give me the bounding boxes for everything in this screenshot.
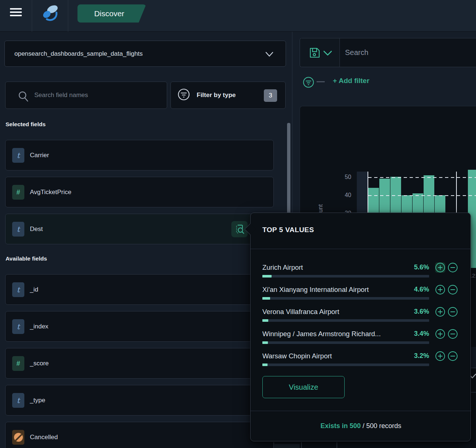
dashed-gridline <box>368 195 476 196</box>
chevron-down-icon <box>265 51 274 59</box>
value-label: Xi'an Xianyang International Airport <box>262 286 408 294</box>
table-strip <box>250 441 471 448</box>
discover-app: Discover opensearch_dashboards_sample_da… <box>0 0 476 448</box>
query-bar <box>300 38 476 67</box>
field-item-id[interactable]: t _id <box>5 274 274 305</box>
index-pattern-select[interactable]: opensearch_dashboards_sample_data_flight… <box>4 41 286 67</box>
field-search-input[interactable] <box>34 82 163 108</box>
field-item-carrier[interactable]: t Carrier <box>5 140 274 170</box>
opensearch-logo-icon[interactable] <box>41 4 60 23</box>
filter-for-value-button[interactable] <box>435 307 445 317</box>
filter-out-value-button[interactable] <box>448 307 458 317</box>
percent-track <box>262 341 429 344</box>
percent-fill <box>262 363 268 366</box>
top-value-row: Zurich Airport 5.6% <box>262 263 459 280</box>
number-type-icon: # <box>12 356 24 371</box>
field-name: _score <box>30 360 49 367</box>
value-percent: 5.6% <box>414 263 429 271</box>
field-name: AvgTicketPrice <box>30 189 71 196</box>
filter-for-value-button[interactable] <box>435 262 445 273</box>
index-pattern-label: opensearch_dashboards_sample_data_flight… <box>14 50 143 58</box>
value-percent: 3.4% <box>414 330 429 338</box>
filter-out-value-button[interactable] <box>448 329 458 339</box>
chevron-down-icon <box>323 50 332 56</box>
value-label: Warsaw Chopin Airport <box>262 352 408 360</box>
exists-count: Exists in 500 <box>320 422 361 430</box>
filter-pin-divider <box>317 81 325 82</box>
top-navbar: Discover <box>0 0 476 32</box>
field-name: Dest <box>30 225 43 233</box>
string-type-icon: t <box>12 222 24 237</box>
filter-by-type-label: Filter by type <box>197 92 236 99</box>
filter-out-value-button[interactable] <box>448 262 458 273</box>
filter-for-value-button[interactable] <box>435 351 445 361</box>
value-label: Zurich Airport <box>262 263 408 272</box>
field-name: _index <box>30 323 48 330</box>
field-name: _type <box>30 397 45 404</box>
dashed-gridline <box>368 177 476 178</box>
value-percent: 3.6% <box>414 308 429 316</box>
value-percent: 4.6% <box>414 286 429 293</box>
top-value-row: Warsaw Chopin Airport 3.2% <box>262 352 459 368</box>
popover-title: TOP 5 VALUES <box>262 226 314 234</box>
field-name: Carrier <box>30 152 49 159</box>
y-axis-tick-label: 40 <box>334 192 351 199</box>
filter-circle-icon <box>177 88 190 102</box>
percent-track <box>262 363 429 366</box>
filter-bar: + Add filter <box>300 74 476 91</box>
menu-icon[interactable] <box>10 8 22 16</box>
percent-fill <box>262 297 270 300</box>
value-label: Verona Villafranca Airport <box>262 308 408 316</box>
available-fields-heading: Available fields <box>6 255 47 262</box>
table-divider <box>470 368 476 368</box>
top-value-row: Xi'an Xianyang International Airport 4.6… <box>262 286 459 302</box>
top-value-row: Verona Villafranca Airport 3.6% <box>262 308 459 324</box>
saved-queries-button[interactable] <box>300 38 340 67</box>
field-item-cancelled[interactable]: Cancelled <box>5 422 274 448</box>
percent-fill <box>262 275 272 278</box>
field-item-dest[interactable]: t Dest <box>5 214 274 244</box>
popover-footer: Exists in 500 / 500 records <box>251 411 471 442</box>
field-item-avgticketprice[interactable]: # AvgTicketPrice <box>5 177 274 207</box>
string-type-icon: t <box>12 282 24 297</box>
percent-fill <box>262 341 268 344</box>
field-name: Cancelled <box>30 434 58 441</box>
table-edge <box>470 347 476 368</box>
number-type-icon: # <box>12 185 24 200</box>
string-type-icon: t <box>12 319 24 334</box>
visualize-button[interactable]: Visualize <box>262 376 345 398</box>
field-item-type[interactable]: t _type <box>5 385 274 416</box>
value-percent: 3.2% <box>414 352 429 360</box>
divider <box>251 249 471 249</box>
top-value-row: Winnipeg / James Armstrong Richard... 3.… <box>262 330 459 346</box>
filter-for-value-button[interactable] <box>435 329 445 339</box>
field-search-box <box>5 82 167 109</box>
table-divider <box>470 392 476 393</box>
y-axis-tick-label: 50 <box>334 174 351 180</box>
string-type-icon: t <box>12 393 24 408</box>
filter-icon[interactable] <box>303 76 314 88</box>
value-label: Winnipeg / James Armstrong Richard... <box>262 330 408 338</box>
filter-for-value-button[interactable] <box>435 285 445 295</box>
discover-tab[interactable]: Discover <box>77 4 146 23</box>
filter-by-type-button[interactable]: Filter by type 3 <box>170 82 286 109</box>
search-input[interactable] <box>345 38 470 67</box>
top-values-popover: TOP 5 VALUES Zurich Airport 5.6% Xi'an X… <box>250 213 471 441</box>
filter-count-badge: 3 <box>264 89 277 102</box>
boolean-type-icon <box>12 430 24 445</box>
percent-track <box>262 319 429 322</box>
filter-out-value-button[interactable] <box>448 285 458 295</box>
string-type-icon: t <box>12 148 24 163</box>
records-count: / 500 records <box>361 422 401 430</box>
percent-fill <box>262 319 268 322</box>
field-name: _id <box>30 286 38 293</box>
field-item-index[interactable]: t _index <box>5 311 274 342</box>
search-icon <box>18 91 29 103</box>
add-filter-button[interactable]: + Add filter <box>333 77 369 85</box>
field-item-score[interactable]: # _score <box>5 348 274 379</box>
filter-out-value-button[interactable] <box>448 351 458 361</box>
percent-track <box>262 275 429 278</box>
nav-divider <box>68 0 68 32</box>
percent-track <box>262 297 429 300</box>
nav-divider <box>32 0 32 32</box>
